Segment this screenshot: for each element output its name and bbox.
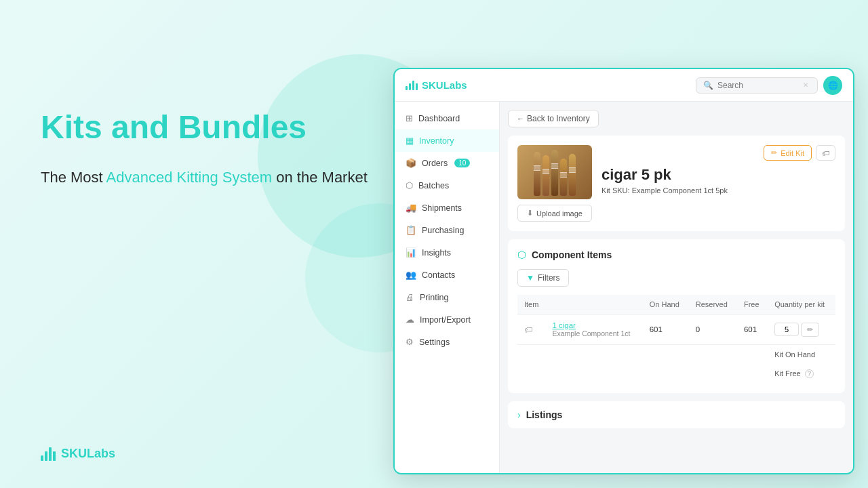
sidebar-label-orders: Orders xyxy=(422,159,448,168)
subtitle-highlight: Advanced Kitting System xyxy=(106,169,273,186)
kit-free-empty xyxy=(517,364,768,384)
search-bar[interactable]: 🔍 ✕ xyxy=(696,77,818,94)
listings-chevron-icon: › xyxy=(517,409,521,420)
th-reserved: Reserved xyxy=(689,295,737,314)
branding-logo-mark xyxy=(41,447,56,461)
sidebar-label-dashboard: Dashboard xyxy=(418,114,460,123)
edit-kit-button[interactable]: ✏ Edit Kit xyxy=(764,145,812,161)
sidebar-label-settings: Settings xyxy=(419,338,450,347)
logo-sku: SKU xyxy=(422,79,443,91)
sidebar-label-contacts: Contacts xyxy=(422,270,455,280)
sidebar-item-contacts[interactable]: 👥 Contacts xyxy=(395,264,499,286)
sidebar-item-shipments[interactable]: 🚚 Shipments xyxy=(395,197,499,219)
logo-bar-1 xyxy=(41,455,43,461)
kit-on-hand-empty xyxy=(517,345,768,365)
sidebar-item-insights[interactable]: 📊 Insights xyxy=(395,241,499,264)
logo-bar-3 xyxy=(49,447,52,461)
sidebar-item-batches[interactable]: ⬡ Batches xyxy=(395,174,499,197)
listings-section: › Listings xyxy=(508,401,845,428)
component-icon: ⬡ xyxy=(517,249,526,261)
dashboard-icon: ⊞ xyxy=(406,113,413,123)
back-arrow: ← xyxy=(517,115,524,123)
logo-bar-4 xyxy=(53,451,56,461)
table-header-row: Item On Hand Reserved Free Quantity per … xyxy=(517,295,835,314)
edit-kit-label: Edit Kit xyxy=(781,149,804,157)
th-qty-per-kit: Quantity per kit xyxy=(768,295,835,314)
item-sub-name: Example Component 1ct xyxy=(552,329,635,338)
cigar-3 xyxy=(551,150,558,196)
qty-per-kit-input[interactable] xyxy=(774,323,799,336)
clear-icon: ✕ xyxy=(803,81,808,89)
sidebar-item-dashboard[interactable]: ⊞ Dashboard xyxy=(395,107,499,129)
th-free: Free xyxy=(737,295,768,314)
cigar-5 xyxy=(569,154,576,196)
branding-bottom: SKULabs xyxy=(41,447,115,461)
top-bar: SKULabs 🔍 ✕ 🌐 xyxy=(395,69,853,102)
cigar-1 xyxy=(534,152,540,196)
search-icon: 🔍 xyxy=(703,81,713,90)
sidebar-item-orders[interactable]: 📦 Orders 10 xyxy=(395,152,499,174)
search-input[interactable] xyxy=(717,81,799,90)
item-name-link[interactable]: 1 cigar xyxy=(552,321,635,329)
logo-bar-2 xyxy=(45,451,47,461)
th-on-hand: On Hand xyxy=(643,295,689,314)
product-sku: Kit SKU: Example Component 1ct 5pk xyxy=(601,186,835,195)
sidebar-item-import-export[interactable]: ☁ Import/Export xyxy=(395,308,499,331)
sidebar-label-inventory: Inventory xyxy=(419,136,454,146)
upload-label: Upload image xyxy=(536,209,583,218)
back-label: Back to Inventory xyxy=(527,114,590,123)
sidebar-item-printing[interactable]: 🖨 Printing xyxy=(395,286,499,308)
filters-label: Filters xyxy=(538,273,560,283)
tag-button[interactable]: 🏷 xyxy=(816,145,835,161)
listings-header[interactable]: › Listings xyxy=(517,409,835,420)
purchasing-icon: 📋 xyxy=(406,225,416,235)
skulabs-logo: SKULabs xyxy=(406,79,467,91)
product-name: cigar 5 pk xyxy=(601,166,835,184)
kit-free-cell: Kit Free ? xyxy=(768,364,835,384)
product-info: ✏ Edit Kit 🏷 cigar 5 pk Kit SKU: Example… xyxy=(601,145,835,195)
app-window: SKULabs 🔍 ✕ 🌐 ⊞ Dashboard ▦ Inventory 📦 … xyxy=(393,68,854,474)
subtitle-plain: The Most xyxy=(41,169,106,186)
filter-icon: ▼ xyxy=(526,273,534,283)
kit-on-hand-row: Kit On Hand xyxy=(517,345,835,365)
branding-name: SKULabs xyxy=(61,447,115,461)
product-image xyxy=(517,145,592,199)
kit-free-help-icon[interactable]: ? xyxy=(805,369,814,378)
brand-sku: SKU xyxy=(61,447,87,460)
kit-on-hand-label: Kit On Hand xyxy=(768,345,835,365)
upload-icon: ⬇ xyxy=(527,209,533,218)
sidebar-label-printing: Printing xyxy=(420,293,448,302)
component-items-table: Item On Hand Reserved Free Quantity per … xyxy=(517,295,835,384)
listings-title: Listings xyxy=(526,409,563,420)
kit-free-row: Kit Free ? xyxy=(517,364,835,384)
row-on-hand: 601 xyxy=(643,314,689,345)
insights-icon: 📊 xyxy=(406,247,416,258)
section-header: ⬡ Component Items xyxy=(517,249,835,261)
logo-bar-3 xyxy=(412,81,414,90)
cigar-4 xyxy=(560,159,567,196)
sidebar-item-inventory[interactable]: ▦ Inventory xyxy=(395,129,499,152)
row-qty-per-kit: ✏ xyxy=(768,314,835,345)
row-item-name: 1 cigar Example Component 1ct xyxy=(545,314,642,345)
edit-row-button[interactable]: ✏ xyxy=(801,323,819,337)
row-reserved: 0 xyxy=(689,314,737,345)
logo-bar-4 xyxy=(416,83,418,90)
filters-button[interactable]: ▼ Filters xyxy=(517,269,569,287)
globe-button[interactable]: 🌐 xyxy=(823,76,842,95)
sidebar-item-purchasing[interactable]: 📋 Purchasing xyxy=(395,219,499,241)
marketing-section: Kits and Bundles The Most Advanced Kitti… xyxy=(41,108,380,188)
back-to-inventory-button[interactable]: ← Back to Inventory xyxy=(508,110,599,127)
orders-badge: 10 xyxy=(454,159,470,167)
batches-icon: ⬡ xyxy=(406,180,413,190)
cigar-sticks xyxy=(534,148,576,196)
upload-image-button[interactable]: ⬇ Upload image xyxy=(517,205,592,222)
section-title: Component Items xyxy=(532,249,612,260)
cigar-2 xyxy=(542,155,549,196)
sidebar-label-insights: Insights xyxy=(422,248,451,258)
sidebar: ⊞ Dashboard ▦ Inventory 📦 Orders 10 ⬡ Ba… xyxy=(395,102,500,473)
contacts-icon: 👥 xyxy=(406,270,416,280)
sidebar-item-settings[interactable]: ⚙ Settings xyxy=(395,331,499,353)
settings-icon: ⚙ xyxy=(406,337,414,347)
brand-labs: Labs xyxy=(87,447,115,460)
product-image-block: ⬇ Upload image xyxy=(517,145,592,222)
